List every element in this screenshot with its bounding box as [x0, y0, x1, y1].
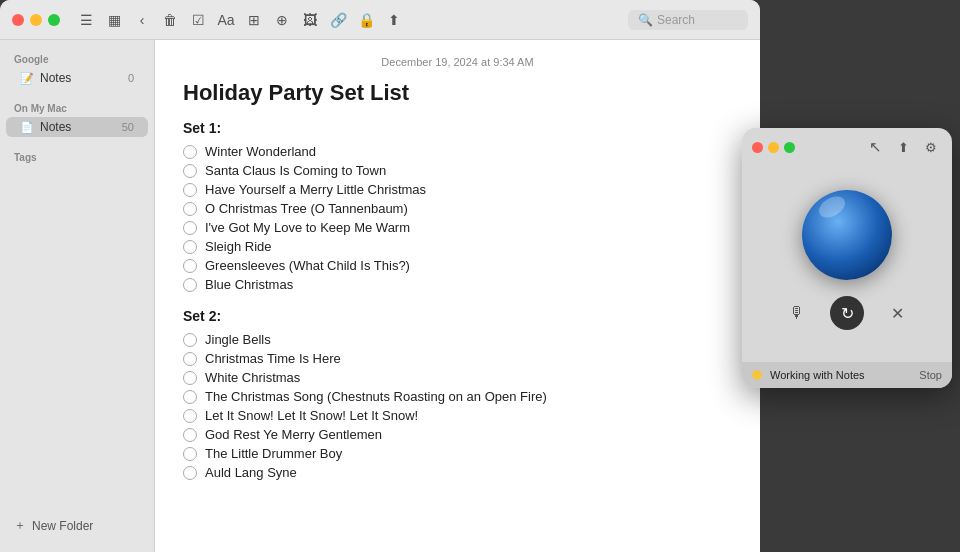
item-label-11: White Christmas: [205, 370, 300, 385]
sidebar-section-tags: Tags: [0, 148, 154, 165]
mini-footer-label: Working with Notes: [770, 369, 911, 381]
mini-filter-icon[interactable]: ⚙: [920, 136, 942, 158]
search-icon: 🔍: [638, 13, 653, 27]
list-item: Greensleeves (What Child Is This?): [183, 256, 732, 275]
format-icon[interactable]: Aa: [216, 10, 236, 30]
sidebar-section-mac: On My Mac: [0, 99, 154, 116]
item-label-2: Santa Claus Is Coming to Town: [205, 163, 386, 178]
list-item: The Little Drummer Boy: [183, 444, 732, 463]
list-item: God Rest Ye Merry Gentlemen: [183, 425, 732, 444]
siri-orb: [802, 190, 892, 280]
new-folder-label: New Folder: [32, 519, 93, 533]
item-label-8: Blue Christmas: [205, 277, 293, 292]
new-folder-button[interactable]: ＋ New Folder: [0, 509, 154, 542]
mini-minimize-button[interactable]: [768, 142, 779, 153]
list-view-icon[interactable]: ▦: [104, 10, 124, 30]
note-title: Holiday Party Set List: [183, 80, 732, 106]
checkbox-15[interactable]: [183, 447, 197, 461]
footer-dot: [752, 370, 762, 380]
item-label-13: Let It Snow! Let It Snow! Let It Snow!: [205, 408, 418, 423]
minimize-button[interactable]: [30, 14, 42, 26]
note-date: December 19, 2024 at 9:34 AM: [183, 56, 732, 68]
notes-window: ☰ ▦ ‹ 🗑 ☑ Aa ⊞ ⊕ 🖼 🔗 🔒 ⬆ 🔍 Search Google…: [0, 0, 760, 552]
item-label-16: Auld Lang Syne: [205, 465, 297, 480]
sidebar-item-mac-notes[interactable]: 📄 Notes 50: [6, 117, 148, 137]
mini-content: 🎙 ↻ ✕: [742, 162, 952, 362]
checkbox-4[interactable]: [183, 202, 197, 216]
checkbox-6[interactable]: [183, 240, 197, 254]
trash-icon[interactable]: 🗑: [160, 10, 180, 30]
checkbox-11[interactable]: [183, 371, 197, 385]
search-box[interactable]: 🔍 Search: [628, 10, 748, 30]
note-content[interactable]: December 19, 2024 at 9:34 AM Holiday Par…: [155, 40, 760, 552]
list-item: Jingle Bells: [183, 330, 732, 349]
checkbox-5[interactable]: [183, 221, 197, 235]
checkbox-13[interactable]: [183, 409, 197, 423]
zoom-button[interactable]: [48, 14, 60, 26]
main-area: Google 📝 Notes 0 On My Mac 📄 Notes 50 Ta…: [0, 40, 760, 552]
sidebar-item-mac-notes-count: 50: [122, 121, 134, 133]
checkbox-12[interactable]: [183, 390, 197, 404]
sidebar-item-mac-notes-label: Notes: [40, 120, 116, 134]
sidebar-item-google-notes-count: 0: [128, 72, 134, 84]
search-placeholder: Search: [657, 13, 695, 27]
list-item: Santa Claus Is Coming to Town: [183, 161, 732, 180]
checkbox-3[interactable]: [183, 183, 197, 197]
microphone-button[interactable]: 🎙: [780, 296, 814, 330]
item-label-6: Sleigh Ride: [205, 239, 272, 254]
list-item: Winter Wonderland: [183, 142, 732, 161]
list-item: Sleigh Ride: [183, 237, 732, 256]
lock-icon[interactable]: 🔒: [356, 10, 376, 30]
list-item: I've Got My Love to Keep Me Warm: [183, 218, 732, 237]
item-label-1: Winter Wonderland: [205, 144, 316, 159]
list-item: Blue Christmas: [183, 275, 732, 294]
share-icon[interactable]: ⬆: [384, 10, 404, 30]
checkbox-2[interactable]: [183, 164, 197, 178]
mini-toolbar: ↖ ⬆ ⚙: [742, 128, 952, 162]
item-label-4: O Christmas Tree (O Tannenbaum): [205, 201, 408, 216]
orb-container: [802, 190, 892, 280]
refresh-button[interactable]: ↻: [830, 296, 864, 330]
list-item: Auld Lang Syne: [183, 463, 732, 482]
checkbox-8[interactable]: [183, 278, 197, 292]
list-item: Let It Snow! Let It Snow! Let It Snow!: [183, 406, 732, 425]
link-icon[interactable]: 🔗: [328, 10, 348, 30]
set2-header: Set 2:: [183, 308, 732, 324]
checkbox-7[interactable]: [183, 259, 197, 273]
item-label-7: Greensleeves (What Child Is This?): [205, 258, 410, 273]
toolbar: ☰ ▦ ‹ 🗑 ☑ Aa ⊞ ⊕ 🖼 🔗 🔒 ⬆ 🔍 Search: [0, 0, 760, 40]
mini-close-button[interactable]: [752, 142, 763, 153]
mini-share-icon[interactable]: ⬆: [892, 136, 914, 158]
mini-footer: Working with Notes Stop: [742, 362, 952, 388]
sidebar-section-google: Google: [0, 50, 154, 67]
table-icon[interactable]: ⊞: [244, 10, 264, 30]
item-label-3: Have Yourself a Merry Little Christmas: [205, 182, 426, 197]
attachment-icon[interactable]: ⊕: [272, 10, 292, 30]
list-item: The Christmas Song (Chestnuts Roasting o…: [183, 387, 732, 406]
item-label-10: Christmas Time Is Here: [205, 351, 341, 366]
checklist-icon[interactable]: ☑: [188, 10, 208, 30]
item-label-15: The Little Drummer Boy: [205, 446, 342, 461]
item-label-12: The Christmas Song (Chestnuts Roasting o…: [205, 389, 547, 404]
sidebar-toggle-icon[interactable]: ☰: [76, 10, 96, 30]
checkbox-9[interactable]: [183, 333, 197, 347]
media-icon[interactable]: 🖼: [300, 10, 320, 30]
checkbox-14[interactable]: [183, 428, 197, 442]
mini-zoom-button[interactable]: [784, 142, 795, 153]
checkbox-16[interactable]: [183, 466, 197, 480]
sidebar-item-google-notes[interactable]: 📝 Notes 0: [6, 68, 148, 88]
mini-controls: 🎙 ↻ ✕: [780, 296, 914, 330]
traffic-lights: [12, 14, 60, 26]
checkbox-10[interactable]: [183, 352, 197, 366]
close-mini-button[interactable]: ✕: [880, 296, 914, 330]
list-item: Have Yourself a Merry Little Christmas: [183, 180, 732, 199]
checkbox-1[interactable]: [183, 145, 197, 159]
back-icon[interactable]: ‹: [132, 10, 152, 30]
mini-stop-button[interactable]: Stop: [919, 369, 942, 381]
list-item: White Christmas: [183, 368, 732, 387]
list-item: Christmas Time Is Here: [183, 349, 732, 368]
notes-yellow-icon: 📄: [20, 120, 34, 134]
cursor-arrow: ↖: [864, 136, 886, 158]
item-label-9: Jingle Bells: [205, 332, 271, 347]
close-button[interactable]: [12, 14, 24, 26]
